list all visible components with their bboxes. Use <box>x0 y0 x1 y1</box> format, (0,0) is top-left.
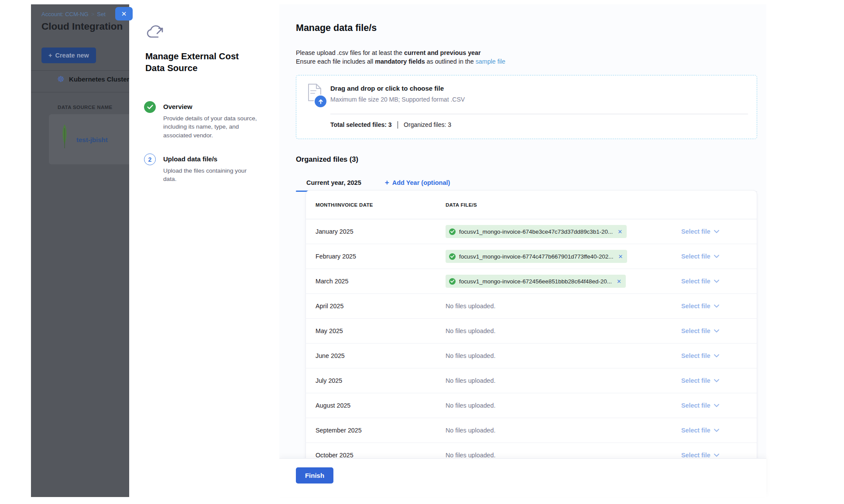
close-icon: ✕ <box>121 10 127 18</box>
organized-files-heading: Organized files (3) <box>296 155 358 163</box>
chip-check-icon <box>449 278 456 285</box>
column-header-data-source-name: DATA SOURCE NAME <box>58 105 113 110</box>
mongodb-leaf-icon <box>60 124 69 149</box>
table-row: May 2025No files uploaded.Select file <box>306 319 757 344</box>
step-number: 2 <box>148 156 152 163</box>
select-file-button[interactable]: Select file <box>681 303 719 310</box>
select-file-button[interactable]: Select file <box>681 377 719 384</box>
intro-line-1: Please upload .csv files for at least th… <box>296 48 505 57</box>
page-title: Cloud Integration <box>41 21 123 32</box>
chip-remove-icon[interactable]: ✕ <box>618 228 622 235</box>
chip-file-name: focusv1_mongo-invoice-674be3ce47c73d37dd… <box>459 228 613 235</box>
close-button[interactable]: ✕ <box>115 7 133 20</box>
organized-files-count: Organized files: 3 <box>404 121 451 128</box>
plus-icon: + <box>48 52 52 59</box>
add-year-label: Add Year (optional) <box>392 179 450 186</box>
select-file-button[interactable]: Select file <box>681 228 719 235</box>
step-overview[interactable]: Overview Provide details of your data so… <box>144 101 258 140</box>
background-page: Account: CCM-NG>Set Cloud Integration + … <box>31 4 129 497</box>
step-upload-data-files[interactable]: 2 Upload data file/s Upload the files co… <box>144 153 258 184</box>
chevron-down-icon <box>714 279 719 283</box>
column-header-files: DATA FILE/S <box>446 202 681 208</box>
table-row: August 2025No files uploaded.Select file <box>306 393 757 418</box>
step-number-circle: 2 <box>144 153 156 165</box>
month-label: August 2025 <box>316 402 350 409</box>
chevron-down-icon <box>714 429 719 432</box>
table-row: January 2025focusv1_mongo-invoice-674be3… <box>306 219 757 244</box>
month-label: April 2025 <box>316 303 343 310</box>
select-file-button[interactable]: Select file <box>681 427 719 434</box>
data-source-row[interactable]: test-jbisht <box>49 114 129 164</box>
column-header-month: MONTH/INVOICE DATE <box>306 202 446 208</box>
select-file-label: Select file <box>681 278 710 285</box>
create-new-label: Create new <box>55 52 89 59</box>
kubernetes-tab-label: Kubernetes Clusters <box>69 75 129 83</box>
chevron-down-icon <box>714 304 719 308</box>
add-year-button[interactable]: + Add Year (optional) <box>385 174 450 191</box>
chevron-down-icon <box>714 230 719 233</box>
create-new-button[interactable]: + Create new <box>41 48 96 63</box>
chevron-down-icon <box>714 255 719 258</box>
file-chip: focusv1_mongo-invoice-672456ee851bbb28c6… <box>446 275 626 288</box>
chevron-down-icon <box>714 354 719 358</box>
dropzone-divider <box>330 114 748 114</box>
chevron-down-icon <box>714 404 719 407</box>
breadcrumb-trail[interactable]: Set <box>97 11 106 17</box>
dropzone-title: Drag and drop or click to choose file <box>330 85 444 92</box>
select-file-button[interactable]: Select file <box>681 452 719 459</box>
chevron-down-icon <box>714 329 719 333</box>
wizard-panel: Manage External Cost Data Source Overvie… <box>129 4 279 497</box>
year-tabs: Current year, 2025 + Add Year (optional) <box>296 174 757 192</box>
empty-files-text: No files uploaded. <box>446 402 495 409</box>
table-header: MONTH/INVOICE DATE DATA FILE/S <box>306 191 757 219</box>
sample-file-link[interactable]: sample file <box>476 58 505 65</box>
tab-kubernetes-clusters[interactable]: ☸ Kubernetes Clusters <box>57 75 129 83</box>
chip-check-icon <box>449 253 456 260</box>
chip-remove-icon[interactable]: ✕ <box>617 278 621 285</box>
tab-current-year[interactable]: Current year, 2025 <box>296 174 372 191</box>
select-file-button[interactable]: Select file <box>681 327 719 334</box>
select-file-button[interactable]: Select file <box>681 352 719 359</box>
cloud-external-icon <box>145 24 165 41</box>
select-file-label: Select file <box>681 253 710 260</box>
finish-button[interactable]: Finish <box>296 467 333 484</box>
file-chip: focusv1_mongo-invoice-674be3ce47c73d37dd… <box>446 225 627 238</box>
select-file-button[interactable]: Select file <box>681 253 719 260</box>
dropzone-totals: Total selected files: 3 Organized files:… <box>330 120 451 129</box>
select-file-label: Select file <box>681 377 710 384</box>
select-file-button[interactable]: Select file <box>681 278 719 285</box>
select-file-label: Select file <box>681 303 710 310</box>
chip-remove-icon[interactable]: ✕ <box>618 253 623 260</box>
chip-file-name: focusv1_mongo-invoice-6774c477b667901d77… <box>459 253 613 260</box>
month-label: January 2025 <box>316 228 353 235</box>
wizard-title: Manage External Cost Data Source <box>145 50 257 74</box>
empty-files-text: No files uploaded. <box>446 327 495 334</box>
empty-files-text: No files uploaded. <box>446 377 495 384</box>
file-chip: focusv1_mongo-invoice-6774c477b667901d77… <box>446 250 627 263</box>
step-description: Upload the files containing your data. <box>163 167 258 184</box>
data-source-link[interactable]: test-jbisht <box>76 136 108 143</box>
intro-line2-bold: mandatory fields <box>375 58 425 65</box>
dropzone-subtitle: Maximum file size 20 MB; Supported forma… <box>330 96 465 103</box>
app: Account: CCM-NG>Set Cloud Integration + … <box>0 0 844 504</box>
intro-line1-bold: current and previous year <box>404 49 481 56</box>
breadcrumb[interactable]: Account: CCM-NG>Set <box>41 11 106 17</box>
select-file-label: Select file <box>681 352 710 359</box>
breadcrumb-account[interactable]: Account: CCM-NG <box>41 11 89 17</box>
step-description: Provide details of your data source, inc… <box>163 114 258 140</box>
kubernetes-icon: ☸ <box>57 75 65 83</box>
totals-divider <box>398 121 398 129</box>
step-title: Upload data file/s <box>163 155 258 163</box>
intro-line1-pre: Please upload .csv files for at least th… <box>296 49 404 56</box>
file-dropzone[interactable]: Drag and drop or click to choose file Ma… <box>296 75 757 139</box>
intro-line-2: Ensure each file includes all mandatory … <box>296 57 505 66</box>
select-file-button[interactable]: Select file <box>681 402 719 409</box>
table-row: March 2025focusv1_mongo-invoice-672456ee… <box>306 269 757 294</box>
table-row: April 2025No files uploaded.Select file <box>306 294 757 319</box>
table-row: June 2025No files uploaded.Select file <box>306 344 757 368</box>
total-selected-files: Total selected files: 3 <box>330 121 392 128</box>
upload-arrow-icon <box>314 95 327 108</box>
divider <box>31 70 129 71</box>
select-file-label: Select file <box>681 327 710 334</box>
chevron-down-icon <box>714 453 719 457</box>
